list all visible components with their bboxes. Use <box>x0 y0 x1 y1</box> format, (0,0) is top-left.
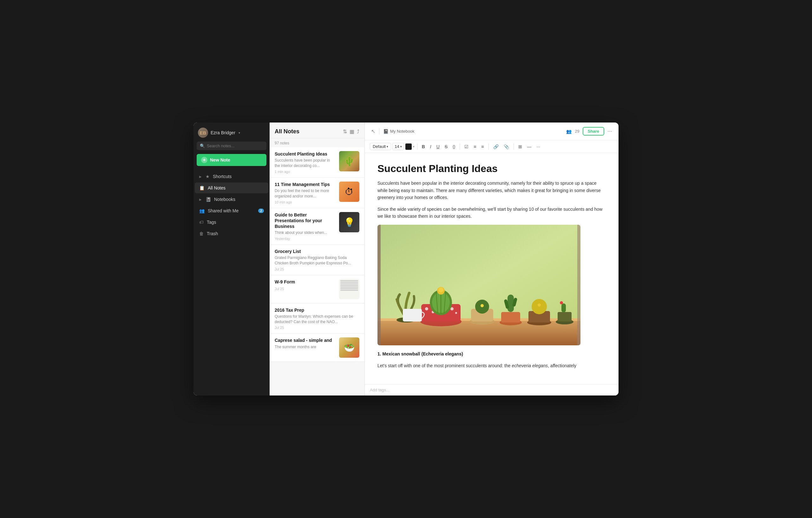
note-text: 2016 Tax Prep Questions for Marilyn: Whi… <box>275 307 359 330</box>
strikethrough-button[interactable]: S <box>443 143 450 150</box>
attachment-button[interactable]: 📎 <box>502 143 511 150</box>
sidebar-item-tags[interactable]: 🏷 Tags <box>195 217 268 227</box>
note-thumbnail <box>339 279 359 299</box>
color-swatch <box>406 146 411 147</box>
section-1-title: 1. Mexican snowball (Echeveria elegans) <box>377 350 606 357</box>
sidebar-item-trash[interactable]: 🗑 Trash <box>195 228 268 239</box>
notes-count: 97 notes <box>270 138 365 147</box>
topbar-right: 👥 29 Share ··· <box>566 127 612 136</box>
link-button[interactable]: 🔗 <box>491 143 500 150</box>
font-chevron: ▾ <box>387 145 388 148</box>
editor-paragraph-2: Since the wide variety of species can be… <box>377 206 606 220</box>
numbered-list-button[interactable]: ≡ <box>479 143 486 150</box>
svg-point-6 <box>425 307 428 310</box>
notebooks-icon: 📓 <box>206 197 211 202</box>
note-item-w9form[interactable]: W-9 Form Jul 25 <box>270 275 365 303</box>
shortcuts-arrow: ▶ <box>199 175 202 179</box>
sidebar-header: EB Ezra Bridger ▾ <box>194 122 270 141</box>
note-title: W-9 Form <box>275 279 336 285</box>
thumb-succulent-image <box>339 151 359 171</box>
search-bar[interactable]: 🔍 <box>197 141 266 150</box>
shared-badge: 2 <box>258 209 264 213</box>
archive-icon[interactable]: ⤴ <box>357 129 359 135</box>
new-note-button[interactable]: + New Note <box>197 154 266 166</box>
color-chevron[interactable]: ▾ <box>413 145 414 148</box>
font-size-select[interactable]: 14 ▾ <box>393 143 404 150</box>
sidebar-item-all-notes[interactable]: 📋 All Notes <box>195 183 268 193</box>
note-thumbnail <box>339 182 359 202</box>
svg-rect-20 <box>403 309 422 322</box>
editor-footer[interactable]: Add tags... <box>365 384 618 396</box>
italic-button[interactable]: I <box>428 143 433 150</box>
sidebar-item-shortcuts[interactable]: ▶ ★ Shortcuts <box>195 171 268 182</box>
code-button[interactable]: {} <box>451 143 457 150</box>
succulent-photo <box>377 225 580 345</box>
search-input[interactable] <box>207 143 263 148</box>
size-chevron: ▾ <box>400 145 402 148</box>
formatting-toolbar: Default ▾ 14 ▾ ▾ B I U S {} ☑ ≡ ≡ 🔗 📎 <box>365 140 618 153</box>
form-line <box>340 283 358 284</box>
note-item-time-mgmt[interactable]: 11 Time Management Tips Do you feel the … <box>270 178 365 208</box>
divider-button[interactable]: — <box>525 143 533 150</box>
sort-icon[interactable]: ⇅ <box>343 129 347 135</box>
note-title: 2016 Tax Prep <box>275 307 359 313</box>
share-button[interactable]: Share <box>583 127 604 136</box>
table-button[interactable]: ⊞ <box>516 143 524 150</box>
more-formatting-button[interactable]: ··· <box>535 143 542 150</box>
avatar[interactable]: EB <box>198 128 208 138</box>
underline-button[interactable]: U <box>435 143 441 150</box>
text-color-button[interactable] <box>405 143 412 150</box>
bold-button[interactable]: B <box>420 143 427 150</box>
toolbar-separator <box>417 143 417 150</box>
note-preview: Grated Parmigiano Reggiano Baking Soda C… <box>275 255 359 266</box>
editor-section-1: 1. Mexican snowball (Echeveria elegans) … <box>377 350 606 369</box>
toolbar-separator <box>514 143 514 150</box>
notes-list-title: All Notes <box>275 128 299 135</box>
sidebar-item-notebooks[interactable]: ▶ 📓 Notebooks <box>195 194 268 205</box>
search-icon: 🔍 <box>200 143 205 148</box>
layout-icon[interactable]: ▦ <box>350 129 354 135</box>
thumb-management-image <box>339 182 359 202</box>
note-editor-title: Succulent Planting Ideas <box>377 163 606 174</box>
note-item-presentations[interactable]: Guide to Better Presentations for your B… <box>270 208 365 245</box>
tags-icon: 🏷 <box>199 220 204 225</box>
form-line <box>340 290 358 291</box>
topbar-divider <box>379 128 379 135</box>
note-time: Jul 25 <box>275 267 359 271</box>
form-line <box>340 288 358 289</box>
svg-point-24 <box>481 304 484 307</box>
notes-list-panel: All Notes ⇅ ▦ ⤴ 97 notes Succulent Plant… <box>270 122 365 396</box>
note-item-caprese[interactable]: Caprese salad - simple and The summer mo… <box>270 334 365 362</box>
note-item-tax[interactable]: 2016 Tax Prep Questions for Marilyn: Whi… <box>270 303 365 334</box>
back-icon[interactable]: ↖ <box>371 128 375 134</box>
more-options-icon[interactable]: ··· <box>607 128 612 135</box>
notebook-label[interactable]: 📓 My Notebook <box>383 129 414 134</box>
note-item-succulent[interactable]: Succulent Planting Ideas Succulents have… <box>270 147 365 178</box>
note-time: 10 min ago <box>275 200 336 204</box>
section-1-text-before: Let's start off with one of the most pro… <box>377 363 512 368</box>
section-1-text-after: , affectionately <box>548 363 576 368</box>
section-1-italic: echeveria elegans <box>512 363 548 368</box>
svg-point-11 <box>455 312 457 314</box>
note-title: Caprese salad - simple and <box>275 337 336 343</box>
editor-content[interactable]: Succulent Planting Ideas Succulents have… <box>365 153 618 384</box>
avatar-image: EB <box>198 128 208 138</box>
thumb-presentation-image <box>339 212 359 232</box>
notebooks-arrow: ▶ <box>199 198 202 201</box>
editor-topbar: ↖ 📓 My Notebook 👥 29 Share ··· <box>365 122 618 140</box>
svg-rect-38 <box>377 225 381 345</box>
sidebar-item-shared[interactable]: 👥 Shared with Me 2 <box>195 206 268 216</box>
note-preview: Questions for Marilyn: Which expenses ca… <box>275 314 359 325</box>
svg-rect-39 <box>577 225 580 345</box>
form-line <box>340 282 358 283</box>
font-size: 14 <box>395 144 399 149</box>
toolbar-separator <box>460 143 460 150</box>
editor-panel: ↖ 📓 My Notebook 👥 29 Share ··· Default ▾… <box>365 122 618 396</box>
checkbox-button[interactable]: ☑ <box>462 143 470 150</box>
bullet-list-button[interactable]: ≡ <box>472 143 478 150</box>
note-thumbnail <box>339 212 359 232</box>
font-select[interactable]: Default ▾ <box>370 143 391 150</box>
note-preview: Do you feel the need to be more organize… <box>275 188 336 199</box>
shortcuts-icon: ★ <box>206 174 210 179</box>
note-item-grocery[interactable]: Grocery List Grated Parmigiano Reggiano … <box>270 245 365 275</box>
